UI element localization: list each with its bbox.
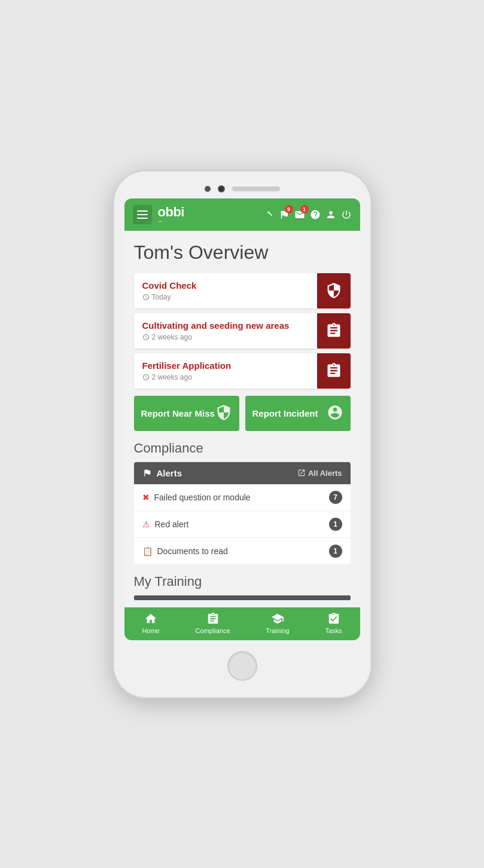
phone-frame: obbi ⌣ 9: [114, 171, 371, 698]
hamburger-line: [137, 210, 148, 212]
report-incident-button[interactable]: Report Incident: [245, 396, 351, 431]
alert-label-red: Red alert: [155, 519, 189, 529]
report-near-miss-button[interactable]: Report Near Miss: [134, 396, 239, 431]
alert-row-left: ⚠ Red alert: [142, 519, 189, 529]
task-icon-shield: [317, 273, 351, 308]
hamburger-line: [137, 214, 148, 215]
worker-action-icon: [327, 404, 343, 423]
phone-speaker: [232, 187, 280, 191]
action-buttons: Report Near Miss Report Incident: [134, 396, 351, 431]
hamburger-line: [137, 218, 148, 219]
alert-circle-icon: ⚠: [142, 519, 150, 529]
phone-screen: obbi ⌣ 9: [124, 198, 360, 640]
training-wrapper: My Training: [134, 574, 351, 607]
shield-action-icon: [215, 404, 232, 423]
alert-label-failed: Failed question or module: [154, 493, 251, 502]
report-near-miss-label: Report Near Miss: [141, 408, 215, 418]
alert-count-docs: 1: [329, 545, 342, 558]
task-card-covid[interactable]: Covid Check Today: [134, 273, 351, 308]
nav-label-training: Training: [266, 627, 289, 634]
all-alerts-label: All Alerts: [308, 469, 342, 478]
task-time: 2 weeks ago: [142, 373, 309, 381]
task-title: Covid Check: [142, 280, 309, 291]
alert-row-docs[interactable]: 📋 Documents to read 1: [134, 538, 351, 564]
user-icon[interactable]: [325, 209, 336, 220]
phone-dot: [205, 186, 211, 192]
bottom-nav: Home Compliance Training Tasks: [124, 607, 360, 640]
logo-container: obbi ⌣: [158, 204, 184, 225]
alert-row-failed[interactable]: ✖ Failed question or module 7: [134, 484, 351, 511]
task-title: Cultivating and seeding new areas: [142, 320, 309, 331]
page-content: Tom's Overview Covid Check Today: [124, 231, 360, 607]
phone-top-bar: [124, 182, 360, 198]
alerts-header-left: Alerts: [142, 468, 182, 478]
alerts-header-text: Alerts: [157, 468, 182, 478]
alert-row-left: 📋 Documents to read: [142, 546, 228, 556]
task-title: Fertiliser Application: [142, 360, 309, 371]
compliance-wrapper: Compliance Alerts: [134, 441, 351, 564]
document-icon: 📋: [142, 546, 153, 556]
nav-item-home[interactable]: Home: [142, 612, 159, 634]
nav-label-home: Home: [142, 627, 159, 634]
task-card-fertiliser[interactable]: Fertiliser Application 2 weeks ago: [134, 353, 351, 389]
mail-icon[interactable]: 1: [294, 209, 305, 220]
phone-camera: [218, 185, 225, 192]
compliance-section-title: Compliance: [134, 441, 351, 456]
report-incident-label: Report Incident: [252, 408, 318, 418]
nav-item-compliance[interactable]: Compliance: [195, 612, 230, 634]
task-card-body: Cultivating and seeding new areas 2 week…: [134, 313, 317, 349]
task-card-body: Fertiliser Application 2 weeks ago: [134, 353, 317, 389]
flag-badge: 9: [285, 205, 293, 213]
task-icon-clipboard-2: [317, 353, 351, 389]
mail-badge: 1: [300, 205, 309, 213]
help-icon[interactable]: [310, 209, 321, 220]
task-card-body: Covid Check Today: [134, 273, 317, 308]
task-time: 2 weeks ago: [142, 333, 309, 341]
training-section-title: My Training: [134, 574, 351, 589]
flag-icon[interactable]: 9: [279, 209, 290, 220]
page-title: Tom's Overview: [134, 242, 351, 264]
task-time: Today: [142, 293, 309, 301]
alert-label-docs: Documents to read: [157, 546, 228, 556]
phone-bottom-bar: [124, 640, 360, 687]
task-card-cultivating[interactable]: Cultivating and seeding new areas 2 week…: [134, 313, 351, 349]
alert-row-red[interactable]: ⚠ Red alert 1: [134, 511, 351, 538]
home-button[interactable]: [227, 651, 257, 681]
alerts-header: Alerts All Alerts: [134, 462, 351, 484]
power-icon[interactable]: [341, 209, 352, 220]
wrench-icon[interactable]: [263, 209, 274, 220]
nav-item-tasks[interactable]: Tasks: [325, 612, 342, 634]
header-right: 9 1: [263, 209, 352, 220]
compliance-card: Alerts All Alerts ✖ Faile: [134, 462, 351, 564]
menu-button[interactable]: [133, 205, 152, 224]
training-bar: [134, 595, 351, 600]
nav-item-training[interactable]: Training: [266, 612, 289, 634]
all-alerts-link[interactable]: All Alerts: [297, 469, 342, 478]
header-left: obbi ⌣: [133, 204, 184, 225]
alert-count-red: 1: [329, 518, 342, 531]
alert-count-failed: 7: [329, 491, 342, 504]
app-header: obbi ⌣ 9: [124, 198, 360, 231]
nav-label-compliance: Compliance: [195, 627, 230, 634]
x-icon: ✖: [142, 493, 150, 502]
task-icon-clipboard: [317, 313, 351, 349]
nav-label-tasks: Tasks: [325, 627, 342, 634]
alert-row-left: ✖ Failed question or module: [142, 493, 251, 502]
